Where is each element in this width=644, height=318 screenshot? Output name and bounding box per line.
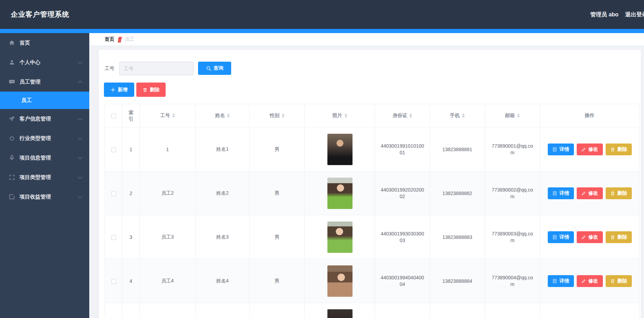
cell-gender: 男 bbox=[250, 171, 305, 215]
edit-button[interactable]: 修改 bbox=[577, 275, 603, 287]
table-row: 1 1 姓名1 男 440300199101010001 13823888881… bbox=[105, 127, 639, 171]
chevron-up-icon bbox=[78, 80, 82, 85]
user-menu[interactable]: 管理员 abo bbox=[590, 0, 619, 29]
cell-gender: 男 bbox=[250, 127, 305, 171]
select-all-checkbox[interactable] bbox=[111, 114, 116, 118]
sort-icon[interactable] bbox=[409, 114, 412, 118]
main-card: 工号 查询 新增 删除 索引 工号 姓名 性别 bbox=[99, 50, 641, 318]
detail-button[interactable]: 详情 bbox=[548, 231, 574, 243]
col-emp-no[interactable]: 工号 bbox=[140, 104, 196, 127]
cell-emp-no: 1 bbox=[140, 127, 196, 171]
sidebar-item-label: 项目信息管理 bbox=[20, 155, 51, 161]
detail-button[interactable]: 详情 bbox=[548, 187, 574, 199]
sidebar-item-employee-management[interactable]: 员工管理 bbox=[0, 72, 89, 92]
sidebar: 首页 个人中心 员工管理 员工 客户信息管理 行业类型管理 bbox=[0, 33, 89, 318]
col-email[interactable]: 邮箱 bbox=[485, 104, 540, 127]
document-icon bbox=[552, 279, 557, 284]
edit-button[interactable]: 修改 bbox=[577, 231, 603, 243]
edit-button[interactable]: 修改 bbox=[577, 187, 603, 199]
row-checkbox[interactable] bbox=[111, 147, 116, 152]
sort-icon[interactable] bbox=[517, 114, 520, 118]
cell-email: 773890004@qq.com bbox=[490, 274, 535, 288]
trash-icon bbox=[610, 235, 615, 240]
cell-name: 姓名3 bbox=[196, 215, 250, 259]
cell-id-card: 440300199303030003 bbox=[380, 231, 425, 244]
cell-id-card: 440300199101010001 bbox=[380, 143, 425, 156]
sort-icon[interactable] bbox=[462, 114, 465, 118]
sidebar-item-home[interactable]: 首页 bbox=[0, 33, 89, 53]
row-delete-button[interactable]: 删除 bbox=[606, 187, 632, 199]
table-row: 4 员工4 姓名4 男 440300199404040004 138238888… bbox=[105, 259, 639, 303]
chevron-down-icon bbox=[78, 194, 82, 199]
col-photo[interactable]: 照片 bbox=[305, 104, 375, 127]
sidebar-item-customer-info[interactable]: 客户信息管理 bbox=[0, 109, 89, 129]
trash-icon bbox=[610, 191, 615, 196]
document-icon bbox=[552, 147, 557, 152]
cell-index: 3 bbox=[122, 215, 140, 259]
search-button-label: 查询 bbox=[214, 65, 223, 71]
sidebar-subitem-employee[interactable]: 员工 bbox=[0, 92, 89, 109]
cell-index bbox=[122, 303, 140, 318]
row-delete-button[interactable]: 删除 bbox=[606, 144, 632, 155]
cell-email: 773890003@qq.com bbox=[490, 231, 535, 244]
sidebar-item-industry-type[interactable]: 行业类型管理 bbox=[0, 129, 89, 148]
row-delete-button[interactable]: 删除 bbox=[606, 275, 632, 287]
cell-index: 2 bbox=[122, 171, 140, 215]
row-checkbox[interactable] bbox=[111, 279, 116, 284]
col-phone[interactable]: 手机 bbox=[430, 104, 485, 127]
trash-icon bbox=[143, 87, 147, 92]
sidebar-item-project-info[interactable]: 项目信息管理 bbox=[0, 148, 89, 168]
sidebar-item-label: 行业类型管理 bbox=[20, 135, 51, 142]
col-id-card[interactable]: 身份证 bbox=[375, 104, 430, 127]
table-header-row: 索引 工号 姓名 性别 照片 身份证 手机 邮箱 操作 bbox=[105, 104, 639, 127]
power-icon bbox=[9, 135, 15, 141]
add-button[interactable]: 新增 bbox=[104, 83, 134, 97]
app-title: 企业客户管理系统 bbox=[11, 0, 69, 29]
row-delete-button[interactable]: 删除 bbox=[606, 231, 632, 243]
search-button[interactable]: 查询 bbox=[198, 62, 231, 75]
col-name[interactable]: 姓名 bbox=[196, 104, 250, 127]
sort-icon[interactable] bbox=[227, 114, 230, 118]
delete-button[interactable]: 删除 bbox=[136, 83, 166, 97]
row-checkbox[interactable] bbox=[111, 235, 116, 240]
sort-icon[interactable] bbox=[282, 114, 285, 118]
cell-emp-no: 员工2 bbox=[140, 171, 196, 215]
cell-phone: 13823888882 bbox=[430, 171, 485, 215]
sidebar-item-project-type[interactable]: 项目类型管理 bbox=[0, 168, 89, 187]
document-icon bbox=[552, 191, 557, 196]
send-icon bbox=[9, 116, 15, 122]
sidebar-item-label: 项目收益管理 bbox=[20, 194, 51, 200]
row-checkbox[interactable] bbox=[111, 191, 116, 196]
cell-phone bbox=[430, 303, 485, 318]
add-button-label: 新增 bbox=[118, 87, 128, 93]
cell-email: 773890002@qq.com bbox=[490, 187, 535, 200]
breadcrumb: 首页 fff 员工 bbox=[105, 33, 134, 45]
sort-icon[interactable] bbox=[344, 114, 347, 118]
search-label: 工号 bbox=[105, 62, 114, 75]
cell-emp-no: 员工4 bbox=[140, 259, 196, 303]
sort-icon[interactable] bbox=[172, 114, 175, 118]
sidebar-item-project-revenue[interactable]: 项目收益管理 bbox=[0, 187, 89, 207]
search-input[interactable] bbox=[119, 62, 194, 75]
detail-button[interactable]: 详情 bbox=[548, 144, 574, 155]
col-select bbox=[105, 104, 122, 127]
employee-photo bbox=[327, 222, 353, 253]
sidebar-item-label: 首页 bbox=[20, 40, 30, 46]
col-gender[interactable]: 性别 bbox=[250, 104, 305, 127]
accent-bar bbox=[0, 29, 644, 33]
chevron-down-icon bbox=[78, 60, 82, 64]
logout-link[interactable]: 退出登录 bbox=[625, 0, 644, 29]
trash-icon bbox=[610, 147, 615, 152]
sidebar-subitem-label: 员工 bbox=[21, 97, 32, 104]
chevron-down-icon bbox=[78, 135, 82, 140]
breadcrumb-current: 员工 bbox=[124, 33, 134, 45]
breadcrumb-home[interactable]: 首页 bbox=[105, 33, 114, 45]
cell-emp-no: 员工3 bbox=[140, 215, 196, 259]
sidebar-item-profile[interactable]: 个人中心 bbox=[0, 53, 89, 72]
cell-name bbox=[196, 303, 250, 318]
table-row: 3 员工3 姓名3 男 440300199303030003 138238888… bbox=[105, 215, 639, 259]
detail-button[interactable]: 详情 bbox=[548, 275, 574, 287]
edit-button[interactable]: 修改 bbox=[577, 144, 603, 155]
cell-email: 773890001@qq.com bbox=[490, 143, 535, 156]
breadcrumb-bar: 首页 fff 员工 bbox=[89, 33, 644, 45]
